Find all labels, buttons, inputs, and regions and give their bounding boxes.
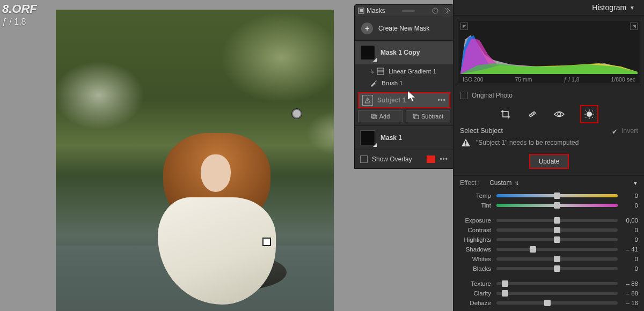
help-icon[interactable]: ? <box>432 8 438 14</box>
svg-line-22 <box>592 110 593 112</box>
slider-track[interactable] <box>496 248 618 251</box>
slider-value: 0 <box>618 192 638 199</box>
slider-texture[interactable]: Texture– 88 <box>453 279 644 288</box>
slider-value: 0 <box>618 265 638 272</box>
slider-exposure[interactable]: Exposure0,00 <box>453 216 644 225</box>
slider-knob[interactable] <box>502 280 508 287</box>
slider-knob[interactable] <box>554 202 560 209</box>
slider-dehaze[interactable]: Dehaze– 16 <box>453 298 644 308</box>
mask-item-mask1[interactable]: Mask 1 <box>355 125 453 150</box>
masks-panel-icon <box>358 8 364 14</box>
slider-label: Tint <box>460 202 496 209</box>
slider-value: – 16 <box>618 300 638 306</box>
mask-component-linear-gradient[interactable]: ↳ Linear Gradient 1 <box>370 65 453 77</box>
slider-track[interactable] <box>496 238 618 241</box>
mask-component-label: Linear Gradient 1 <box>389 68 436 75</box>
mask-pin-icon[interactable] <box>292 109 302 119</box>
slider-highlights[interactable]: Highlights0 <box>453 235 644 245</box>
slider-knob[interactable] <box>554 192 560 199</box>
right-panel: Histogram ▼ ◤ ◥ ISO 200 75 mm ƒ / 1,8 1/… <box>453 0 644 311</box>
histogram[interactable]: ◤ ◥ ISO 200 75 mm ƒ / 1,8 1/800 sec <box>458 20 640 84</box>
histo-iso: ISO 200 <box>463 76 484 83</box>
slider-value: – 41 <box>618 246 638 253</box>
slider-track[interactable] <box>496 292 618 295</box>
create-new-mask-label: Create New Mask <box>378 25 429 32</box>
chevron-right-icon[interactable] <box>444 8 450 14</box>
slider-track[interactable] <box>496 257 618 261</box>
slider-knob[interactable] <box>554 236 560 243</box>
slider-knob[interactable] <box>544 300 551 306</box>
file-aperture: ƒ / 1,8 <box>2 17 37 27</box>
selection-handle-icon[interactable] <box>262 238 271 246</box>
crop-tool-icon[interactable] <box>500 108 511 120</box>
slider-label: Contrast <box>460 227 496 233</box>
overlay-color-swatch[interactable] <box>427 156 435 163</box>
slider-whites[interactable]: Whites0 <box>453 254 644 264</box>
show-overlay-label: Show Overlay <box>372 156 412 163</box>
mask-component-subject-highlighted[interactable]: Subject 1 ••• <box>358 92 450 108</box>
svg-point-14 <box>558 113 561 116</box>
histogram-header[interactable]: Histogram ▼ <box>453 0 644 16</box>
slider-value: 0 <box>618 256 638 262</box>
mask-subtract-label: Subtract <box>421 113 443 120</box>
slider-blacks[interactable]: Blacks0 <box>453 264 644 273</box>
svg-rect-25 <box>465 145 466 146</box>
slider-temp[interactable]: Temp0 <box>453 191 644 201</box>
slider-track[interactable] <box>496 194 618 197</box>
slider-track[interactable] <box>496 204 618 207</box>
mask-thumb-icon <box>360 45 375 60</box>
mask-subtract-button[interactable]: Subtract <box>406 110 450 122</box>
invert-checkbox[interactable]: ✔ <box>612 128 618 134</box>
panel-disclosure-icon[interactable]: ▼ <box>633 180 638 186</box>
update-button[interactable]: Update <box>529 154 569 169</box>
masking-tool-icon[interactable] <box>580 105 598 123</box>
slider-label: Blacks <box>460 265 496 272</box>
svg-line-21 <box>592 117 593 118</box>
mask-component-label: Brush 1 <box>382 80 403 86</box>
slider-knob[interactable] <box>554 265 560 272</box>
mask-thumb-icon <box>360 130 375 145</box>
slider-track[interactable] <box>496 228 618 232</box>
slider-knob[interactable] <box>530 246 536 253</box>
mask-item-mask1copy[interactable]: Mask 1 Copy <box>355 40 453 64</box>
shadow-clip-icon[interactable]: ◤ <box>460 23 468 30</box>
effect-dropdown[interactable]: Custom⇅ <box>489 179 519 187</box>
more-icon[interactable]: ••• <box>437 97 446 104</box>
svg-text:?: ? <box>434 9 437 13</box>
redeye-tool-icon[interactable] <box>553 108 565 120</box>
slider-shadows[interactable]: Shadows– 41 <box>453 245 644 254</box>
mask-item-label: Mask 1 <box>380 134 402 142</box>
effect-label: Effect : <box>460 179 480 187</box>
original-photo-checkbox[interactable] <box>460 92 467 99</box>
slider-label: Clarity <box>460 290 496 297</box>
photo-canvas[interactable] <box>56 10 334 311</box>
slider-track[interactable] <box>496 267 618 270</box>
overlay-more-icon[interactable]: ••• <box>440 156 448 163</box>
slider-label: Temp <box>460 192 496 199</box>
slider-contrast[interactable]: Contrast0 <box>453 225 644 235</box>
slider-value: 0 <box>618 227 638 233</box>
slider-knob[interactable] <box>554 217 560 224</box>
slider-clarity[interactable]: Clarity– 88 <box>453 288 644 298</box>
slider-track[interactable] <box>496 219 618 222</box>
mask-component-brush[interactable]: Brush 1 <box>370 77 453 89</box>
file-info: 8.ORF ƒ / 1,8 <box>2 2 37 27</box>
highlight-clip-icon[interactable]: ◥ <box>630 23 638 30</box>
slider-knob[interactable] <box>502 290 508 297</box>
heal-tool-icon[interactable] <box>526 108 538 120</box>
slider-track[interactable] <box>496 301 618 305</box>
create-new-mask-button[interactable]: + Create New Mask <box>355 17 453 40</box>
masks-panel: Masks ? + Create New Mask Mask 1 Copy ↳ … <box>354 4 454 169</box>
svg-rect-11 <box>415 115 419 119</box>
masks-panel-header[interactable]: Masks ? <box>355 5 453 17</box>
mask-add-button[interactable]: Add <box>358 110 402 122</box>
masks-panel-title: Masks <box>367 7 385 14</box>
slider-track[interactable] <box>496 282 618 285</box>
show-overlay-checkbox[interactable] <box>360 156 368 163</box>
slider-knob[interactable] <box>554 227 560 233</box>
chevron-down-icon: ▼ <box>630 5 635 11</box>
slider-knob[interactable] <box>554 256 560 262</box>
slider-value: 0 <box>618 202 638 209</box>
histo-fstop: ƒ / 1,8 <box>564 76 579 83</box>
slider-tint[interactable]: Tint0 <box>453 201 644 210</box>
